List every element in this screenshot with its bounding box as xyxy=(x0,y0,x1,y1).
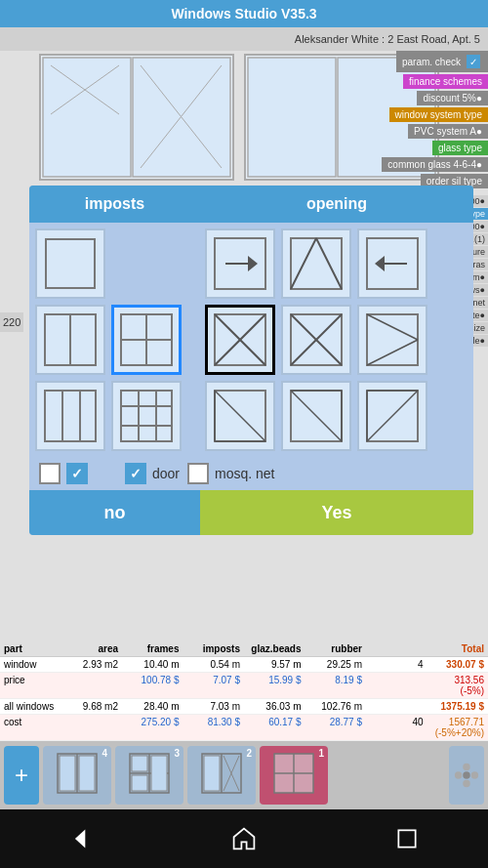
td-frames-window: 10.40 m xyxy=(122,657,183,672)
td-total-price: 313.56 (-5%) xyxy=(427,673,489,698)
td-glaz-window: 9.57 m xyxy=(244,657,305,672)
svg-marker-76 xyxy=(234,829,255,849)
pvc-tag[interactable]: PVC system A● xyxy=(408,124,488,139)
svg-point-72 xyxy=(463,780,469,787)
svg-rect-54 xyxy=(60,756,75,791)
svg-rect-61 xyxy=(132,775,147,791)
finance-tag[interactable]: finance schemes xyxy=(403,74,488,89)
tab-4[interactable]: 4 xyxy=(43,746,111,805)
opening-x-plain[interactable] xyxy=(281,305,351,375)
impost-empty-checkbox[interactable] xyxy=(39,463,61,484)
tab-3-icon xyxy=(128,752,171,799)
th-imposts: imposts xyxy=(183,641,245,656)
svg-rect-6 xyxy=(248,58,336,177)
opening-arrow-right[interactable] xyxy=(205,228,275,299)
opening-header: opening xyxy=(200,186,473,223)
svg-rect-8 xyxy=(46,239,95,288)
opening-arrow-left[interactable] xyxy=(357,228,427,299)
td-extra-price xyxy=(366,673,427,698)
th-area: area xyxy=(61,641,123,656)
tab-2[interactable]: 2 xyxy=(187,746,256,805)
param-check-tag[interactable]: param. check ✓ xyxy=(396,51,488,72)
common-glass-tag[interactable]: common glass 4-6-4● xyxy=(382,157,488,172)
opening-row-2 xyxy=(205,305,468,375)
tab-3[interactable]: 3 xyxy=(115,746,183,805)
td-total-all: 1375.19 $ xyxy=(427,699,489,714)
svg-rect-59 xyxy=(132,756,147,771)
td-area-cost xyxy=(61,715,123,740)
window-sketch-left xyxy=(39,54,234,181)
table-row-cost: cost 275.20 $ 81.30 $ 60.17 $ 28.77 $ 40… xyxy=(0,715,488,741)
svg-point-70 xyxy=(463,771,469,778)
impost-filled-checkbox[interactable] xyxy=(66,463,88,484)
th-frames: frames xyxy=(122,641,183,656)
door-checkbox[interactable] xyxy=(125,463,146,484)
svg-rect-17 xyxy=(121,391,172,441)
left-dimension-label: 220 xyxy=(0,312,23,332)
add-tab-button[interactable]: + xyxy=(4,746,39,805)
dialog-header: imposts opening xyxy=(29,186,473,223)
address-text: Aleksander White : 2 East Road, Apt. 5 xyxy=(295,33,480,45)
window-system-tag[interactable]: window system type xyxy=(389,107,488,122)
td-rubber-window: 29.25 m xyxy=(305,657,367,672)
recents-button[interactable] xyxy=(383,819,431,858)
td-imposts-all: 7.03 m xyxy=(183,699,245,714)
svg-point-73 xyxy=(455,771,462,778)
imposts-row-1 xyxy=(35,228,199,299)
impost-cb-group xyxy=(39,463,88,484)
svg-rect-77 xyxy=(398,830,415,847)
opening-x-selected[interactable] xyxy=(205,305,275,375)
top-bar: Windows Studio V35.3 xyxy=(0,0,488,27)
td-imposts-cost: 81.30 $ xyxy=(183,715,245,740)
home-button[interactable] xyxy=(220,819,268,858)
mosq-label: mosq. net xyxy=(215,466,274,481)
bottom-table: part area frames imposts glaz.beads rubb… xyxy=(0,641,488,741)
dialog-grid xyxy=(29,223,473,457)
no-button[interactable]: no xyxy=(29,490,200,535)
svg-rect-55 xyxy=(79,756,95,791)
td-glaz-price: 15.99 $ xyxy=(244,673,305,698)
td-glaz-cost: 60.17 $ xyxy=(244,715,305,740)
tab-1-icon xyxy=(272,752,315,799)
flower-button[interactable] xyxy=(449,746,484,805)
opening-tri-bottom[interactable] xyxy=(205,381,275,451)
th-rubber: rubber xyxy=(305,641,367,656)
opening-lr[interactable] xyxy=(357,305,427,375)
td-total-window: 330.07 $ xyxy=(427,657,489,672)
tabs-bar: + 4 3 2 xyxy=(0,741,488,809)
td-glaz-all: 36.03 m xyxy=(244,699,305,714)
opening-row-3 xyxy=(205,381,468,451)
svg-point-71 xyxy=(463,764,469,770)
tab-1[interactable]: 1 xyxy=(260,746,328,805)
th-extra xyxy=(366,641,427,656)
impost-2col[interactable] xyxy=(35,305,105,375)
tab-1-num: 1 xyxy=(318,748,324,759)
impost-2col-selected[interactable] xyxy=(111,305,182,375)
imposts-row-3 xyxy=(35,381,199,451)
td-part-cost: cost xyxy=(0,715,61,740)
svg-rect-25 xyxy=(291,238,342,289)
th-part: part xyxy=(0,641,61,656)
svg-rect-60 xyxy=(151,756,167,791)
glass-type-tag[interactable]: glass type xyxy=(432,141,488,155)
impost-single[interactable] xyxy=(35,228,105,299)
td-extra-window: 4 xyxy=(366,657,427,672)
table-row-allwindows: all windows 9.68 m2 28.40 m 7.03 m 36.03… xyxy=(0,699,488,715)
yes-button[interactable]: Yes xyxy=(200,490,473,535)
back-button[interactable] xyxy=(57,819,105,858)
opening-triangle-up[interactable] xyxy=(281,228,351,299)
impost-3col[interactable] xyxy=(35,381,105,451)
svg-rect-0 xyxy=(43,58,131,177)
param-checkbox[interactable]: ✓ xyxy=(465,53,482,70)
th-glazbeads: glaz.beads xyxy=(244,641,305,656)
opening-tri-right[interactable] xyxy=(281,381,351,451)
td-part-price: price xyxy=(0,673,61,698)
opening-tri-left[interactable] xyxy=(357,381,427,451)
td-extra-all xyxy=(366,699,427,714)
mosq-checkbox[interactable] xyxy=(187,463,209,484)
td-rubber-price: 8.19 $ xyxy=(305,673,367,698)
td-rubber-cost: 28.77 $ xyxy=(305,715,367,740)
discount-tag[interactable]: discount 5%● xyxy=(417,91,488,105)
impost-3col-rows[interactable] xyxy=(111,381,182,451)
door-label: door xyxy=(152,466,180,481)
